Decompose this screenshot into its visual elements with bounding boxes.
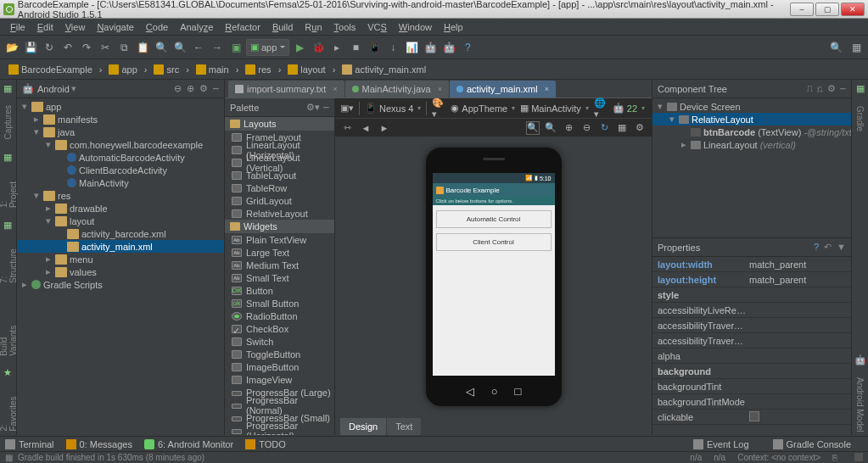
menu-edit[interactable]: Edit: [32, 20, 59, 34]
menu-analyze[interactable]: Analyze: [175, 20, 218, 34]
etab-mainactivity[interactable]: MainActivity.java×: [345, 81, 449, 98]
prop-value[interactable]: [746, 411, 851, 423]
hector-icon[interactable]: [854, 453, 863, 461]
pal-toggle[interactable]: ToggleButton: [225, 348, 334, 360]
hide-icon[interactable]: ⎼: [840, 83, 846, 94]
orient-icon[interactable]: ▣▾: [340, 102, 354, 115]
pal-largetext[interactable]: AbLarge Text: [225, 246, 334, 259]
project-view-header[interactable]: 🤖 Android▾ ⊖⊕⚙⎼: [17, 80, 224, 98]
arrow-left-icon[interactable]: ◄: [359, 121, 372, 135]
settings-icon[interactable]: ▦: [848, 39, 865, 56]
tree-res[interactable]: ▾res: [17, 189, 224, 202]
etab-activitymain[interactable]: activity_main.xml×: [450, 81, 556, 98]
tree-package[interactable]: ▾com.honeywell.barcodeexample: [17, 138, 224, 151]
zoom-out-icon[interactable]: ⊖: [580, 121, 593, 135]
device-dropdown[interactable]: 📱 Nexus 4: [365, 103, 421, 114]
zoom-actual-icon[interactable]: 🔍: [544, 121, 557, 135]
refresh-icon[interactable]: ↻: [597, 121, 611, 135]
save-icon[interactable]: 💾: [22, 39, 39, 56]
menu-tools[interactable]: Tools: [329, 20, 361, 34]
copy-icon[interactable]: ⧉: [115, 39, 132, 56]
menu-file[interactable]: File: [5, 20, 31, 34]
pal-textview[interactable]: AbPlain TextView: [225, 233, 334, 246]
pal-smalltext[interactable]: AbSmall Text: [225, 271, 334, 284]
gear-icon[interactable]: ⚙: [827, 83, 836, 94]
android-monitor-tool[interactable]: 6: Android Monitor: [144, 439, 233, 449]
expand-icon[interactable]: ⎍: [807, 83, 813, 94]
tab-design[interactable]: Design: [340, 418, 386, 435]
help-icon[interactable]: ?: [814, 242, 819, 253]
reset-icon[interactable]: ↶: [824, 242, 832, 253]
tree-manifests[interactable]: ▸manifests: [17, 113, 224, 126]
prop-row[interactable]: style: [652, 287, 851, 303]
btn-client[interactable]: Client Control: [436, 233, 552, 251]
status-context[interactable]: Context: <no context>: [737, 453, 820, 462]
tree-gradle[interactable]: ▸Gradle Scripts: [17, 278, 224, 291]
ct-relativelayout[interactable]: ▾RelativeLayout: [652, 113, 851, 126]
open-icon[interactable]: 📂: [3, 39, 20, 56]
crumb-res[interactable]: res: [240, 63, 276, 76]
screen[interactable]: 📶▮5:10 Barcode Example Click on below bu…: [433, 173, 555, 376]
project-tree[interactable]: ▾app ▸manifests ▾java ▾com.honeywell.bar…: [17, 98, 224, 435]
pal-button[interactable]: OKButton: [225, 284, 334, 297]
android-icon[interactable]: 🤖: [422, 39, 439, 56]
todo-tool[interactable]: TODO: [245, 439, 286, 449]
theme-dropdown[interactable]: ◉AppTheme: [451, 103, 515, 114]
pal-linearv[interactable]: LinearLayout (Vertical): [225, 156, 334, 169]
search-everywhere-icon[interactable]: 🔍: [827, 39, 844, 56]
pal-radio[interactable]: RadioButton: [225, 310, 334, 322]
menu-help[interactable]: Help: [439, 20, 468, 34]
run-icon[interactable]: ▶: [291, 39, 308, 56]
gradle-console-tool[interactable]: Gradle Console: [773, 439, 851, 449]
locale-icon[interactable]: 🌐▾: [594, 102, 608, 115]
crumb-project[interactable]: BarcodeExample: [3, 63, 98, 76]
monitor-icon[interactable]: 📊: [403, 39, 420, 56]
menu-code[interactable]: Code: [141, 20, 173, 34]
prop-row[interactable]: accessibilityTraversalBefo: [652, 333, 851, 349]
tab-text[interactable]: Text: [387, 418, 421, 435]
theme-icon[interactable]: 🎨▾: [432, 102, 445, 115]
expand-icon[interactable]: ⇿: [340, 121, 354, 135]
pal-imgbtn[interactable]: ImageButton: [225, 360, 334, 373]
hide-icon[interactable]: ⎼: [213, 83, 219, 94]
menu-build[interactable]: Build: [267, 20, 298, 34]
api-dropdown[interactable]: 🤖22: [613, 103, 645, 114]
gear-icon[interactable]: ⚙: [633, 121, 647, 135]
menu-window[interactable]: Window: [394, 20, 437, 34]
terminal-tool[interactable]: Terminal: [5, 439, 54, 449]
arrow-right-icon[interactable]: ►: [378, 121, 391, 135]
pal-medtext[interactable]: AbMedium Text: [225, 259, 334, 271]
android-model-icon[interactable]: 🤖: [854, 354, 866, 365]
prop-row[interactable]: backgroundTintMode: [652, 394, 851, 410]
gear-icon[interactable]: ⚙: [199, 83, 208, 94]
find-icon[interactable]: 🔍: [153, 39, 170, 56]
prop-value[interactable]: match_parent: [746, 259, 851, 270]
fwd-icon[interactable]: →: [209, 39, 226, 56]
debug-icon[interactable]: 🐞: [310, 39, 327, 56]
properties-table[interactable]: layout:widthmatch_parentlayout:heightmat…: [652, 257, 851, 435]
prop-row[interactable]: layout:heightmatch_parent: [652, 272, 851, 287]
prop-row[interactable]: accessibilityTraversalAfte: [652, 318, 851, 333]
sync-icon[interactable]: ↻: [41, 39, 58, 56]
build-variants-label[interactable]: Build Variants: [0, 304, 18, 360]
pal-imgview[interactable]: ImageView: [225, 373, 334, 386]
menu-navigate[interactable]: Navigate: [92, 20, 138, 34]
context-dropdown[interactable]: ▦MainActivity: [520, 103, 589, 114]
back-icon[interactable]: ←: [190, 39, 207, 56]
crumb-file[interactable]: activity_main.xml: [337, 63, 431, 76]
pal-relative[interactable]: RelativeLayout: [225, 207, 334, 220]
status-icon[interactable]: ▦: [5, 453, 13, 462]
favorites-label[interactable]: 2: Favorites: [0, 386, 18, 435]
gradle-label[interactable]: Gradle: [855, 103, 865, 135]
palette-group-layouts[interactable]: Layouts: [225, 117, 334, 131]
crumb-main[interactable]: main: [191, 63, 234, 76]
editor-menu-icon[interactable]: ⎘: [832, 453, 837, 462]
pal-progn[interactable]: ProgressBar (Normal): [225, 399, 334, 411]
ct-device[interactable]: ▾Device Screen: [652, 100, 851, 113]
pal-progh[interactable]: ProgressBar (Horizontal): [225, 424, 334, 435]
pal-switch[interactable]: Switch: [225, 335, 334, 348]
hide-icon[interactable]: ⎼: [323, 102, 329, 113]
tree-class-0[interactable]: AutomaticBarcodeActivity: [17, 151, 224, 164]
messages-tool[interactable]: 0: Messages: [66, 439, 132, 449]
stop-icon[interactable]: ■: [347, 39, 364, 56]
